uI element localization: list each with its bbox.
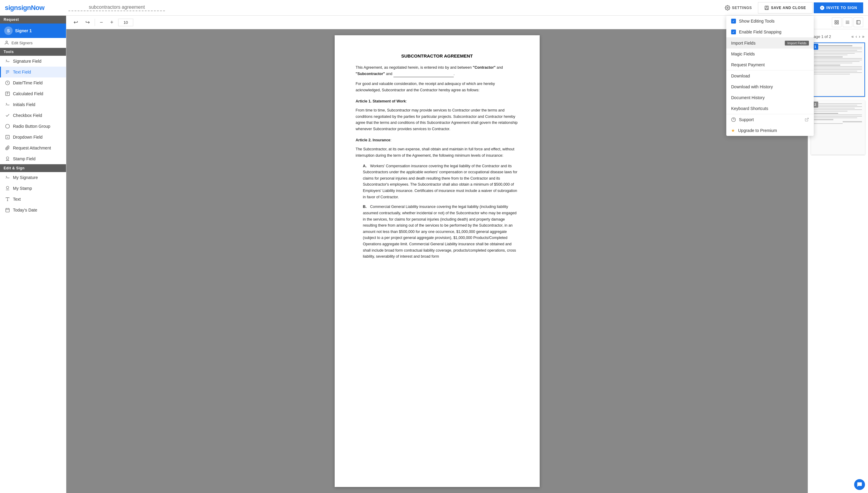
- support-label: Support: [739, 117, 754, 122]
- document-history-label: Document History: [731, 95, 765, 100]
- premium-star: ★: [731, 128, 735, 133]
- support-item[interactable]: Support: [726, 114, 814, 125]
- request-payment-label: Request Payment: [731, 62, 765, 67]
- upgrade-label: Upgrade to Premium: [738, 128, 777, 133]
- magic-fields-item[interactable]: Magic Fields: [726, 48, 814, 59]
- import-fields-item[interactable]: Import Fields Import Fields: [726, 38, 814, 48]
- enable-snapping-item[interactable]: ✓ Enable Field Snapping: [726, 26, 814, 38]
- enable-snapping-label: Enable Field Snapping: [739, 29, 782, 34]
- magic-fields-label: Magic Fields: [731, 51, 755, 56]
- import-fields-label: Import Fields: [731, 41, 756, 45]
- keyboard-shortcuts-label: Keyboard Shortcuts: [731, 106, 768, 111]
- download-label: Download: [731, 73, 750, 78]
- external-link-icon: [805, 117, 809, 122]
- request-payment-item[interactable]: Request Payment: [726, 59, 814, 70]
- show-editing-label: Show Editing Tools: [739, 19, 775, 23]
- svg-line-22: [806, 118, 808, 120]
- support-icon: [731, 117, 736, 122]
- download-history-label: Download with History: [731, 84, 773, 89]
- upgrade-item[interactable]: ★ Upgrade to Premium: [726, 125, 814, 136]
- keyboard-shortcuts-item[interactable]: Keyboard Shortcuts: [726, 103, 814, 114]
- show-editing-tools-item[interactable]: ✓ Show Editing Tools: [726, 16, 814, 26]
- import-fields-badge: Import Fields: [785, 41, 809, 45]
- show-editing-checkbox: ✓: [731, 19, 736, 23]
- snapping-checkbox: ✓: [731, 29, 736, 34]
- download-item[interactable]: Download: [726, 70, 814, 81]
- download-history-item[interactable]: Download with History: [726, 81, 814, 92]
- document-history-item[interactable]: Document History: [726, 92, 814, 103]
- dropdown-menu: ✓ Show Editing Tools ✓ Enable Field Snap…: [726, 16, 814, 136]
